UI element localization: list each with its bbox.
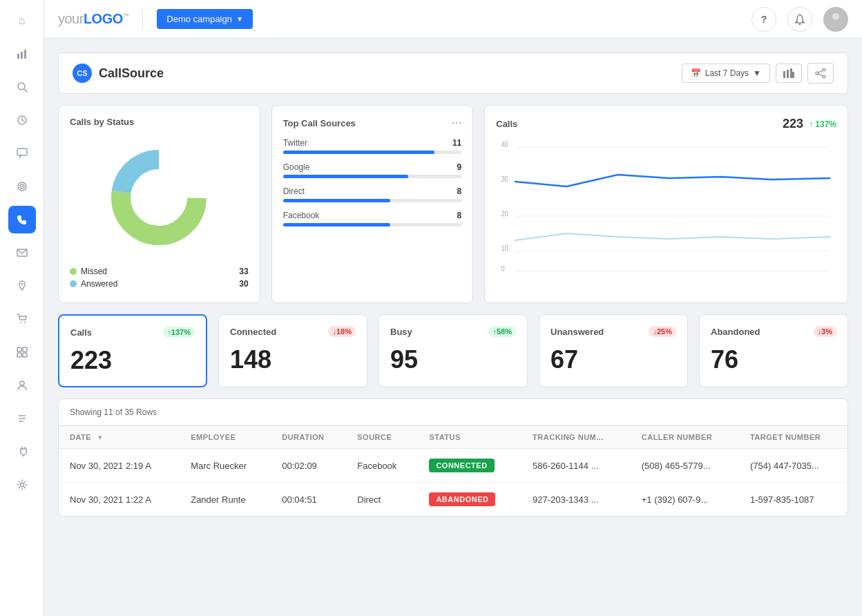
plugin-icon[interactable]: [8, 438, 36, 465]
svg-text:10: 10: [501, 244, 508, 252]
source-count: 9: [457, 162, 462, 172]
stat-value: 223: [70, 346, 195, 375]
svg-text:40: 40: [501, 141, 508, 148]
stat-label: Connected: [230, 327, 276, 337]
svg-line-37: [818, 74, 823, 76]
missed-legend-item: Missed 33: [70, 267, 249, 276]
col-caller: CALLER NUMBER: [631, 426, 739, 449]
help-button[interactable]: ?: [751, 7, 776, 32]
demo-campaign-button[interactable]: Demo campaign ▼: [157, 9, 253, 29]
share-button[interactable]: [807, 63, 834, 84]
svg-line-7: [22, 120, 24, 122]
search-icon[interactable]: [8, 73, 36, 101]
svg-rect-8: [17, 148, 27, 155]
stat-label: Unanswered: [550, 327, 604, 337]
cell-duration: 00:02:09: [271, 449, 346, 483]
svg-point-14: [20, 322, 21, 323]
answered-label: Answered: [81, 279, 117, 289]
date-filter-arrow: ▼: [753, 68, 761, 78]
stat-label: Calls: [70, 327, 92, 338]
donut-legend: Missed 33 Answered 30: [70, 267, 249, 289]
person-icon[interactable]: [8, 372, 36, 399]
list-icon[interactable]: [8, 405, 36, 432]
date-filter-button[interactable]: 📅 Last 7 Days ▼: [682, 64, 770, 83]
table-row[interactable]: Nov 30, 2021 2:19 A Marc Ruecker 00:02:0…: [59, 449, 847, 483]
stat-card-calls[interactable]: Calls ↑137% 223: [58, 314, 207, 387]
stat-card-abandoned[interactable]: Abandoned ↓3% 76: [699, 314, 848, 387]
cell-target: (754) 447-7035...: [739, 449, 847, 483]
mail-icon[interactable]: [8, 239, 36, 267]
phone-icon[interactable]: [8, 206, 36, 233]
stat-card-unanswered[interactable]: Unanswered ↓25% 67: [539, 314, 688, 387]
page-content: CS CallSource 📅 Last 7 Days ▼: [44, 39, 862, 616]
location-icon[interactable]: [8, 272, 36, 300]
sort-icon[interactable]: ▼: [97, 434, 104, 441]
stat-card-busy[interactable]: Busy ↑58% 95: [379, 314, 528, 387]
svg-point-13: [21, 283, 23, 285]
svg-text:20: 20: [501, 210, 508, 218]
source-item: Twitter 11: [283, 138, 462, 154]
source-count: 11: [452, 138, 461, 148]
cell-caller: +1 (392) 607-9...: [631, 483, 739, 517]
stat-label: Busy: [390, 327, 412, 337]
svg-point-11: [21, 186, 23, 187]
svg-point-20: [20, 381, 24, 385]
svg-rect-31: [790, 68, 792, 78]
grid-icon[interactable]: [8, 338, 36, 366]
svg-rect-32: [792, 72, 794, 78]
home-icon[interactable]: ⌂: [8, 7, 36, 35]
calls-change: ↑ 137%: [809, 119, 836, 129]
answered-value: 30: [239, 279, 248, 289]
cell-employee: Zander Runte: [180, 483, 271, 517]
col-date: DATE ▼: [59, 426, 180, 449]
source-count: 8: [457, 211, 462, 220]
cell-employee: Marc Ruecker: [180, 449, 271, 483]
col-status: STATUS: [418, 426, 521, 449]
donut-chart: [70, 135, 249, 260]
table-row[interactable]: Nov 30, 2021 1:22 A Zander Runte 00:04:5…: [59, 483, 847, 517]
progress-bar-fill: [283, 151, 435, 154]
svg-rect-19: [23, 353, 27, 357]
stat-change: ↓18%: [328, 326, 356, 337]
svg-point-25: [20, 483, 23, 487]
cart-icon[interactable]: [8, 305, 36, 333]
svg-point-15: [24, 322, 26, 323]
reports-icon[interactable]: [8, 40, 36, 68]
stat-change: ↓25%: [649, 326, 676, 337]
cell-date: Nov 30, 2021 2:19 A: [59, 449, 180, 483]
calls-total: 223: [783, 117, 803, 131]
col-duration: DURATION: [271, 426, 346, 449]
progress-bar-bg: [283, 199, 462, 202]
svg-rect-0: [17, 54, 19, 59]
settings-icon[interactable]: [8, 471, 36, 499]
stat-value: 76: [711, 345, 836, 374]
source-count: 8: [457, 186, 462, 196]
more-options-button[interactable]: ···: [451, 115, 461, 130]
chat-icon[interactable]: [8, 139, 36, 167]
user-avatar[interactable]: [823, 7, 848, 32]
left-sidebar: ⌂: [0, 0, 44, 616]
svg-rect-16: [17, 347, 21, 352]
col-source: SOURCE: [346, 426, 418, 449]
top-nav: yourLOGO™ Demo campaign ▼ ?: [44, 0, 862, 39]
svg-text:0: 0: [501, 265, 505, 273]
svg-rect-30: [787, 70, 789, 78]
page-title: CallSource: [99, 66, 164, 81]
source-name: Google: [283, 162, 310, 172]
stat-change: ↓3%: [814, 326, 836, 337]
date-filter-label: Last 7 Days: [705, 68, 749, 78]
svg-point-35: [823, 75, 825, 78]
cell-duration: 00:04:51: [271, 483, 346, 517]
clock-icon[interactable]: [8, 106, 36, 134]
source-item: Google 9: [283, 162, 462, 178]
svg-point-28: [832, 13, 839, 20]
svg-point-26: [799, 23, 801, 24]
notifications-button[interactable]: [787, 7, 812, 32]
chart-view-button[interactable]: [776, 64, 802, 83]
line-chart-area: 40 30 20 10 0: [496, 137, 836, 275]
progress-bar-bg: [283, 223, 462, 227]
source-name: Twitter: [283, 138, 307, 148]
stat-card-connected[interactable]: Connected ↓18% 148: [218, 314, 367, 387]
targeting-icon[interactable]: [8, 173, 36, 200]
cell-tracking: 586-260-1144 ...: [521, 449, 631, 483]
